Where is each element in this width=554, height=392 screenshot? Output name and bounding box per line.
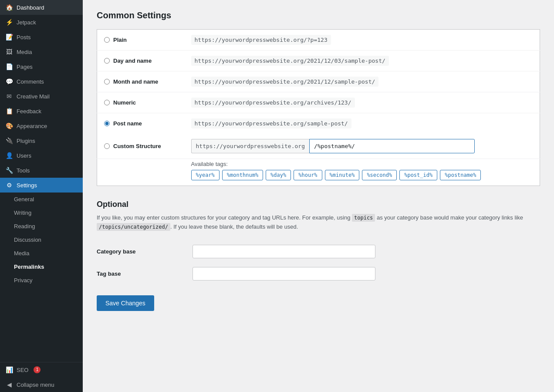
- seo-label: SEO: [17, 367, 28, 373]
- label-day-and-name: Day and name: [113, 57, 152, 64]
- sidebar-item-pages[interactable]: 📄Pages: [0, 59, 83, 74]
- tools-icon: 🔧: [5, 166, 13, 174]
- tag-%monthnum%[interactable]: %monthnum%: [222, 170, 263, 180]
- tag-%post_id%[interactable]: %post_id%: [399, 170, 437, 180]
- optional-table: Category base Tag base: [97, 240, 540, 285]
- available-tags-row: Available tags: %year%%monthnum%%day%%ho…: [97, 159, 540, 186]
- collapse-label: Collapse menu: [17, 382, 54, 388]
- sidebar-item-users[interactable]: 👤Users: [0, 148, 83, 163]
- sidebar-item-plugins[interactable]: 🔌Plugins: [0, 133, 83, 148]
- sidebar-item-label: Settings: [17, 182, 37, 189]
- permalink-row-day-and-name: Day and name https://yourwordpresswebsit…: [97, 51, 540, 71]
- sidebar-item-label: Pages: [17, 64, 33, 70]
- tag-base-label: Tag base: [97, 270, 121, 277]
- collapse-menu-button[interactable]: ◀ Collapse menu: [0, 377, 83, 392]
- permalink-row-numeric: Numeric https://yourwordpresswebsite.org…: [97, 92, 540, 113]
- seo-badge: 1: [34, 366, 41, 373]
- url-post-name: https://yourwordpresswebsite.org/sample-…: [191, 118, 351, 128]
- creative-mail-icon: ✉: [5, 92, 13, 100]
- category-base-label: Category base: [97, 248, 136, 255]
- custom-structure-radio[interactable]: [104, 143, 110, 149]
- submenu-label: Media: [14, 250, 29, 257]
- sidebar-item-feedback[interactable]: 📋Feedback: [0, 104, 83, 118]
- permalink-row-plain: Plain https://yourwordpresswebsite.org/?…: [97, 30, 540, 51]
- feedback-icon: 📋: [5, 107, 13, 115]
- tag-base-input[interactable]: [193, 267, 375, 280]
- optional-code-example: topics: [352, 214, 375, 222]
- sidebar-item-posts[interactable]: 📝Posts: [0, 30, 83, 44]
- plugins-icon: 🔌: [5, 137, 13, 145]
- available-tags-label: Available tags:: [191, 161, 533, 167]
- sidebar-item-appearance[interactable]: 🎨Appearance: [0, 118, 83, 133]
- submenu-label: Permalinks: [14, 264, 44, 270]
- submenu-label: Writing: [14, 210, 31, 216]
- collapse-icon: ◀: [5, 381, 13, 389]
- sidebar-item-general[interactable]: General: [0, 193, 83, 206]
- section-title: Common Settings: [97, 10, 540, 20]
- seo-icon: 📊: [5, 366, 13, 374]
- tag-base-row: Tag base: [97, 263, 540, 285]
- sidebar: 🏠Dashboard⚡Jetpack📝Posts🖼Media📄Pages💬Com…: [0, 0, 83, 392]
- custom-base-url: https://yourwordpresswebsite.org: [191, 139, 309, 153]
- permalink-row-post-name: Post name https://yourwordpresswebsite.o…: [97, 113, 540, 134]
- tag-%postname%[interactable]: %postname%: [440, 170, 481, 180]
- sidebar-item-label: Plugins: [17, 138, 35, 144]
- sidebar-item-label: Posts: [17, 34, 31, 41]
- category-base-row: Category base: [97, 240, 540, 263]
- optional-description: If you like, you may enter custom struct…: [97, 213, 540, 232]
- sidebar-item-jetpack[interactable]: ⚡Jetpack: [0, 15, 83, 30]
- category-base-input[interactable]: [193, 245, 375, 258]
- sidebar-item-permalinks[interactable]: Permalinks: [0, 260, 83, 274]
- radio-month-and-name[interactable]: [104, 79, 110, 84]
- sidebar-item-label: Appearance: [17, 123, 47, 129]
- sidebar-item-comments[interactable]: 💬Comments: [0, 74, 83, 89]
- settings-submenu: GeneralWritingReadingDiscussionMediaPerm…: [0, 193, 83, 287]
- tag-%year%[interactable]: %year%: [191, 170, 220, 180]
- sidebar-item-seo[interactable]: 📊 SEO 1: [0, 362, 83, 377]
- sidebar-item-media[interactable]: Media: [0, 247, 83, 260]
- sidebar-item-settings[interactable]: ⚙Settings: [0, 178, 83, 193]
- sidebar-item-writing[interactable]: Writing: [0, 206, 83, 220]
- dashboard-icon: 🏠: [5, 3, 13, 11]
- label-numeric: Numeric: [113, 99, 136, 106]
- custom-structure-input[interactable]: [309, 139, 475, 153]
- sidebar-item-label: Users: [17, 152, 31, 159]
- sidebar-item-label: Feedback: [17, 108, 41, 115]
- url-month-and-name: https://yourwordpresswebsite.org/2021/12…: [191, 77, 379, 87]
- sidebar-item-label: Jetpack: [17, 19, 36, 26]
- tag-%second%[interactable]: %second%: [362, 170, 397, 180]
- settings-icon: ⚙: [5, 181, 13, 189]
- radio-plain[interactable]: [104, 37, 110, 43]
- appearance-icon: 🎨: [5, 122, 13, 130]
- submenu-label: Discussion: [14, 237, 41, 243]
- sidebar-item-privacy[interactable]: Privacy: [0, 274, 83, 287]
- sidebar-item-label: Media: [17, 49, 32, 55]
- radio-numeric[interactable]: [104, 100, 110, 105]
- submenu-label: General: [14, 196, 34, 203]
- save-changes-button[interactable]: Save Changes: [97, 295, 154, 311]
- tag-%hour%[interactable]: %hour%: [294, 170, 322, 180]
- url-numeric: https://yourwordpresswebsite.org/archive…: [191, 98, 355, 108]
- permalink-options-table: Plain https://yourwordpresswebsite.org/?…: [97, 29, 540, 186]
- sidebar-item-reading[interactable]: Reading: [0, 220, 83, 233]
- label-post-name: Post name: [113, 120, 142, 127]
- label-plain: Plain: [113, 37, 127, 43]
- url-day-and-name: https://yourwordpresswebsite.org/2021/12…: [191, 56, 389, 66]
- submenu-label: Reading: [14, 223, 35, 230]
- sidebar-item-label: Dashboard: [17, 4, 44, 11]
- sidebar-item-discussion[interactable]: Discussion: [0, 233, 83, 247]
- sidebar-item-media[interactable]: 🖼Media: [0, 44, 83, 59]
- optional-section: Optional If you like, you may enter cust…: [97, 200, 540, 311]
- custom-structure-label: Custom Structure: [113, 143, 161, 149]
- sidebar-item-tools[interactable]: 🔧Tools: [0, 163, 83, 178]
- radio-post-name[interactable]: [104, 121, 110, 126]
- comments-icon: 💬: [5, 78, 13, 85]
- optional-title: Optional: [97, 200, 540, 209]
- tag-%minute%[interactable]: %minute%: [325, 170, 360, 180]
- sidebar-item-dashboard[interactable]: 🏠Dashboard: [0, 0, 83, 15]
- tag-%day%[interactable]: %day%: [266, 170, 291, 180]
- sidebar-item-creative-mail[interactable]: ✉Creative Mail: [0, 89, 83, 104]
- radio-day-and-name[interactable]: [104, 58, 110, 64]
- custom-structure-row: Custom Structure https://yourwordpresswe…: [97, 134, 540, 159]
- url-plain: https://yourwordpresswebsite.org/?p=123: [191, 35, 331, 45]
